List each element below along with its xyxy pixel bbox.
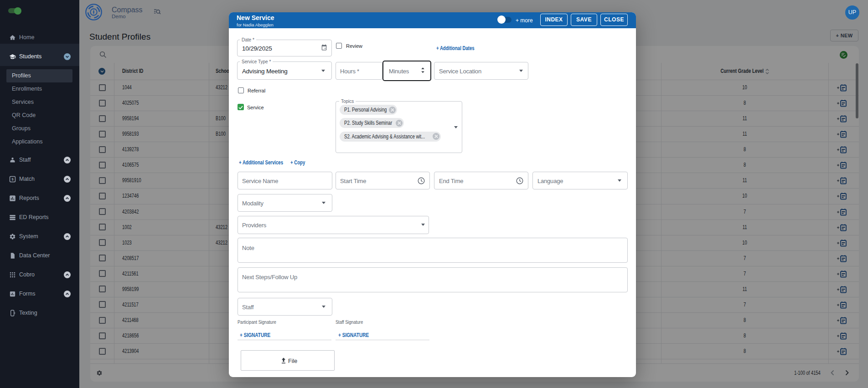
svg-text:$: $	[11, 177, 14, 181]
